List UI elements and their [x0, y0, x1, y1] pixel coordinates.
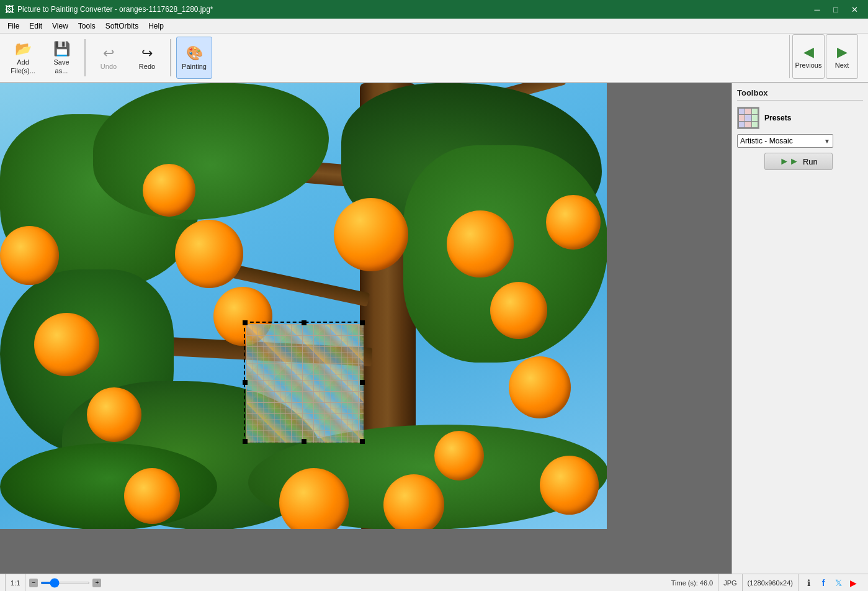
run-button[interactable]: ►► Run	[764, 153, 833, 170]
run-label: Run	[803, 157, 818, 166]
previous-button[interactable]: ◀ Previous	[792, 34, 825, 79]
grid-cell-1	[739, 109, 745, 114]
save-as-label: Save	[53, 58, 69, 66]
orange-6	[509, 356, 571, 418]
zoom-slider-area: − +	[25, 579, 105, 587]
menu-edit[interactable]: Edit	[24, 20, 47, 32]
zoom-slider[interactable]	[40, 582, 90, 584]
undo-label: Undo	[101, 63, 117, 70]
menu-softorbits[interactable]: SoftOrbits	[101, 20, 143, 32]
save-as-label2: as...	[55, 67, 68, 74]
grid-cell-5	[745, 115, 751, 120]
image-canvas[interactable]	[0, 83, 607, 529]
toolbar: 📂 Add File(s)... 💾 Save as... ↩ Undo ↪ R…	[0, 34, 868, 83]
orange-13	[540, 456, 599, 515]
status-icons: ℹ f 𝕏 ▶	[799, 577, 863, 589]
toolbar-sep-1	[84, 39, 86, 76]
zoom-value: 1:1	[11, 579, 20, 587]
menubar: File Edit View Tools SoftOrbits Help	[0, 19, 868, 34]
undo-button[interactable]: ↩ Undo	[91, 37, 127, 79]
orange-8	[87, 387, 141, 442]
toolbox-panel: Toolbox Presets Artistic - M	[732, 83, 868, 574]
toolbar-sep-2	[170, 39, 171, 76]
nav-separator	[789, 35, 790, 78]
save-as-button[interactable]: 💾 Save as...	[43, 37, 79, 79]
selection-handle-ml[interactable]	[243, 380, 248, 385]
orange-16	[143, 164, 195, 217]
painting-icon: 🎨	[186, 45, 203, 61]
canvas-area[interactable]	[0, 83, 732, 574]
chevron-down-icon: ▼	[824, 138, 830, 145]
grid-cell-8	[745, 122, 751, 127]
previous-icon: ◀	[803, 44, 814, 60]
undo-icon: ↩	[103, 45, 114, 61]
info-icon[interactable]: ℹ	[802, 577, 815, 589]
preset-selected-value: Artistic - Mosaic	[740, 137, 793, 145]
add-files-label: Add	[17, 58, 29, 66]
presets-header: Presets	[737, 107, 863, 129]
statusbar: 1:1 − + Time (s): 46.0 JPG (1280x960x24)…	[0, 574, 868, 591]
redo-icon: ↪	[141, 45, 153, 61]
orange-3	[334, 198, 408, 271]
grid-cell-7	[739, 122, 745, 127]
foliage-2	[93, 83, 329, 220]
foliage-8	[0, 443, 217, 529]
youtube-icon[interactable]: ▶	[847, 577, 859, 589]
main-area: Toolbox Presets Artistic - M	[0, 83, 868, 574]
presets-icon	[737, 107, 759, 129]
format-value: JPG	[723, 579, 736, 587]
toolbox-title: Toolbox	[737, 88, 863, 101]
twitter-icon[interactable]: 𝕏	[832, 577, 844, 589]
menu-tools[interactable]: Tools	[73, 20, 101, 32]
orange-7	[34, 313, 99, 376]
dimensions-value: (1280x960x24)	[748, 579, 793, 587]
titlebar: 🖼 Picture to Painting Converter - orange…	[0, 0, 868, 19]
selection-handle-tm[interactable]	[302, 320, 306, 325]
zoom-out-button[interactable]: −	[29, 579, 38, 587]
redo-label: Redo	[139, 63, 155, 70]
grid-cell-3	[752, 109, 758, 114]
title-text: Picture to Painting Converter - oranges-…	[17, 5, 213, 14]
app-icon: 🖼	[5, 4, 14, 14]
menu-file[interactable]: File	[2, 20, 24, 32]
maximize-button[interactable]: □	[827, 3, 844, 16]
time-value: Time (s): 46.0	[671, 579, 713, 587]
window-controls: ─ □ ✕	[808, 3, 863, 16]
minimize-button[interactable]: ─	[808, 3, 826, 16]
run-arrow-icon: ►►	[779, 156, 799, 167]
painting-label: Painting	[182, 63, 207, 70]
close-button[interactable]: ✕	[846, 3, 863, 16]
orange-5	[490, 282, 547, 339]
add-files-label2: File(s)...	[11, 67, 35, 74]
orange-10	[383, 474, 444, 529]
orange-4	[447, 210, 514, 277]
grid-cell-2	[745, 109, 751, 114]
format-display: JPG	[718, 574, 742, 591]
presets-section: Presets Artistic - Mosaic ▼ ►► Run	[737, 107, 863, 170]
menu-help[interactable]: Help	[143, 20, 169, 32]
next-label: Next	[835, 61, 849, 69]
grid-cell-6	[752, 115, 758, 120]
next-button[interactable]: ▶ Next	[826, 34, 858, 79]
painting-button[interactable]: 🎨 Painting	[176, 37, 212, 79]
presets-label: Presets	[764, 114, 791, 122]
redo-button[interactable]: ↪ Redo	[129, 37, 165, 79]
orange-1	[175, 220, 243, 288]
orange-2	[213, 287, 272, 346]
save-as-icon: 💾	[53, 41, 70, 57]
presets-dropdown[interactable]: Artistic - Mosaic ▼	[737, 134, 833, 148]
facebook-icon[interactable]: f	[817, 577, 830, 589]
orange-14	[546, 195, 601, 250]
menu-view[interactable]: View	[47, 20, 73, 32]
zoom-display: 1:1	[5, 574, 25, 591]
add-files-button[interactable]: 📂 Add File(s)...	[5, 37, 41, 79]
grid-cell-9	[752, 122, 758, 127]
orange-15	[0, 226, 59, 285]
grid-cell-4	[739, 115, 745, 120]
zoom-in-button[interactable]: +	[92, 579, 101, 587]
previous-label: Previous	[795, 61, 822, 69]
presets-dropdown-row: Artistic - Mosaic ▼	[737, 134, 863, 148]
time-display: Time (s): 46.0	[666, 574, 718, 591]
orange-11	[434, 431, 484, 480]
add-files-icon: 📂	[15, 41, 32, 57]
